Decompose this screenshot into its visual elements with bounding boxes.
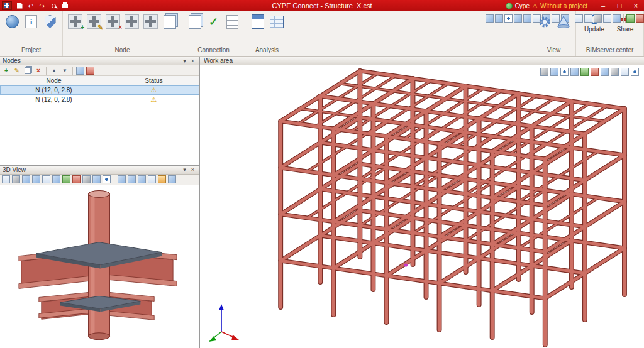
save-icon[interactable] — [14, 0, 25, 11]
view3d-toolbar — [0, 175, 199, 185]
mesh-view-icon[interactable] — [611, 68, 619, 76]
copy-node-button-small[interactable] — [23, 66, 32, 75]
wireframe-icon[interactable] — [82, 175, 91, 183]
copy-icon — [164, 15, 176, 29]
general-data-button[interactable] — [23, 14, 39, 30]
app-logo-icon[interactable] — [2, 1, 12, 10]
perspective-icon[interactable] — [575, 14, 583, 23]
elements-color-icon[interactable] — [580, 68, 589, 76]
operations-icon — [189, 15, 201, 29]
view-options-button[interactable] — [536, 14, 552, 30]
print-icon[interactable] — [59, 0, 70, 11]
solid-view-icon[interactable] — [62, 175, 70, 183]
delete-node-button-small[interactable]: × — [34, 66, 43, 75]
ribbon-group-analysis-label: Analysis — [250, 46, 284, 55]
node-type-button[interactable] — [124, 14, 140, 30]
project-warning-label[interactable]: Without a project — [540, 3, 587, 9]
column-header-node[interactable]: Node — [0, 76, 108, 85]
grid-icon[interactable] — [584, 14, 592, 23]
zoom-out-icon[interactable] — [523, 14, 531, 23]
zoom-extents-icon[interactable] — [52, 175, 60, 183]
edit-node-button[interactable]: ✎ — [86, 14, 102, 30]
general-options-button[interactable] — [4, 14, 20, 30]
sections-color-icon[interactable] — [591, 68, 599, 76]
connection-report-button[interactable] — [225, 14, 240, 30]
screenshot-icon[interactable] — [168, 175, 176, 183]
visibility-icon[interactable] — [504, 14, 513, 23]
visibility-icon[interactable] — [103, 175, 111, 183]
main-area: Nodes ▾ × + ✎ × ▲ ▼ Node Status — [0, 57, 644, 348]
section-view-icon[interactable] — [636, 14, 644, 23]
table-row[interactable]: N (12, 0, 2.8) ⚠ — [0, 95, 199, 104]
orbit-icon[interactable] — [486, 14, 494, 23]
check-connection-button[interactable]: ✓ — [206, 14, 221, 30]
visibility-icon[interactable] — [560, 68, 569, 76]
print-view-icon[interactable] — [2, 175, 10, 183]
measure-icon[interactable] — [540, 68, 548, 76]
info-icon — [25, 15, 37, 28]
move-down-button[interactable]: ▼ — [60, 66, 69, 75]
explode-view-icon[interactable] — [570, 68, 579, 76]
cype-cloud-icon[interactable] — [506, 3, 513, 9]
collapse-panel-icon[interactable]: ▾ — [180, 166, 189, 173]
rotate-view-icon[interactable] — [495, 14, 503, 23]
section-view-icon[interactable] — [72, 175, 80, 183]
view3d-panel: 3D View ▾ × — [0, 166, 199, 348]
zoom-icon[interactable] — [48, 0, 59, 11]
undo-icon[interactable]: ↩ — [25, 0, 36, 11]
close-button[interactable]: × — [629, 0, 643, 11]
labels-icon[interactable] — [613, 14, 621, 23]
close-panel-icon[interactable]: × — [189, 166, 197, 173]
lighting-icon[interactable] — [158, 175, 166, 183]
collapse-panel-icon[interactable]: ▾ — [180, 58, 189, 64]
model-visibility-icon[interactable] — [631, 68, 639, 76]
cone-view-button[interactable] — [555, 14, 571, 30]
ribbon-group-node: + ✎ × Node — [63, 11, 182, 56]
zoom-in-icon[interactable] — [514, 14, 522, 23]
close-panel-icon[interactable]: × — [189, 58, 197, 64]
previous-zoom-icon[interactable] — [148, 175, 156, 183]
safety-factors-button[interactable] — [42, 14, 58, 30]
copy-icon — [25, 67, 31, 74]
redo-icon[interactable]: ↪ — [36, 0, 48, 11]
clear-selection-icon[interactable] — [86, 67, 94, 75]
rotate-view-icon[interactable] — [118, 175, 126, 183]
solid-view-icon[interactable] — [626, 14, 635, 23]
move-up-button[interactable]: ▲ — [50, 66, 58, 75]
canvas-toolbar — [540, 68, 639, 76]
toolbar-separator — [572, 14, 572, 23]
select-all-icon[interactable] — [76, 67, 84, 75]
zoom-in-icon[interactable] — [128, 175, 136, 183]
work-area-canvas[interactable] — [200, 65, 644, 348]
edit-node-button-small[interactable]: ✎ — [13, 66, 21, 75]
orbit-icon[interactable] — [22, 175, 30, 183]
view3d-canvas[interactable] — [0, 185, 199, 348]
cype-label[interactable]: Cype — [515, 3, 530, 9]
pan-icon[interactable] — [32, 175, 40, 183]
maximize-button[interactable]: □ — [613, 0, 626, 11]
results-table-button[interactable] — [269, 14, 284, 30]
window-title: CYPE Connect - Structure_X.cst — [272, 2, 372, 9]
delete-node-button[interactable]: × — [105, 14, 121, 30]
new-node-button[interactable]: + — [67, 14, 83, 30]
perspective-icon[interactable] — [550, 68, 558, 76]
add-node-button[interactable]: + — [2, 66, 11, 75]
copy-node-button[interactable] — [162, 14, 177, 30]
table-row[interactable]: N (12, 0, 2.8) ⚠ — [0, 85, 199, 95]
measure-icon[interactable] — [12, 175, 20, 183]
iso-view-icon[interactable] — [92, 175, 101, 183]
analysis-options-button[interactable] — [250, 14, 265, 30]
connection-node-icon — [143, 14, 158, 29]
local-axes-icon[interactable] — [601, 68, 609, 76]
zoom-out-icon[interactable] — [138, 175, 146, 183]
snap-icon[interactable] — [594, 14, 602, 23]
connection-node-icon — [125, 14, 139, 29]
zoom-window-icon[interactable] — [42, 175, 50, 183]
column-header-status[interactable]: Status — [108, 76, 199, 85]
node-group-button[interactable] — [143, 14, 158, 30]
solid-cube-icon[interactable] — [621, 68, 629, 76]
nodes-panel-title: Nodes — [3, 57, 180, 64]
minimize-button[interactable]: – — [596, 0, 610, 11]
operations-button[interactable] — [187, 14, 203, 30]
dimensions-icon[interactable] — [603, 14, 611, 23]
